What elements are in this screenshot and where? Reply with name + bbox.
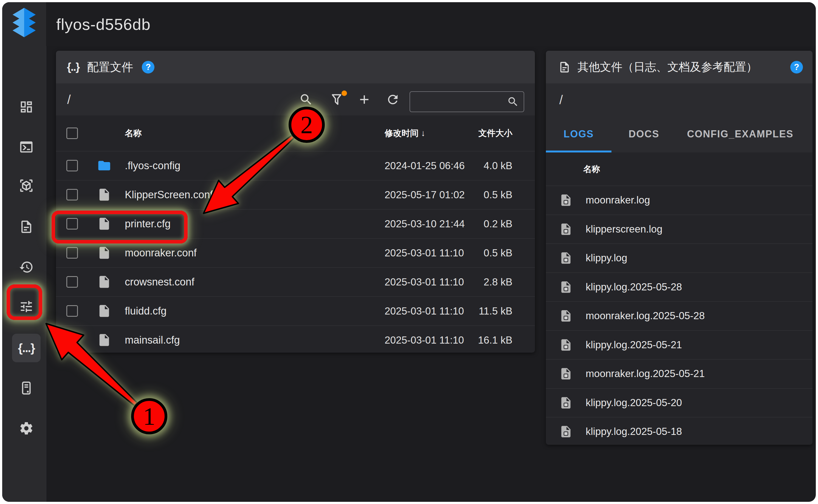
file-size: 0.5 kB [453,239,513,267]
sidebar-item-history[interactable] [19,260,34,274]
tab[interactable]: CONFIG_EXAMPLES [677,115,804,152]
column-header-size[interactable]: 文件大小 [453,115,513,151]
file-icon [97,275,111,289]
tab-label: LOGS [564,128,594,140]
breadcrumb-path[interactable]: / [559,83,563,116]
table-row[interactable]: KlipperScreen.conf 2025-05-17 01:02 0.5 … [56,180,535,209]
file-name: KlipperScreen.conf [125,180,213,209]
column-header-modified[interactable]: 修改时间 ↓ [384,115,425,151]
tab[interactable]: LOGS [546,115,612,152]
file-icon [97,188,111,202]
help-icon[interactable]: ? [790,61,803,73]
table-row[interactable]: .flyos-config 2024-01-25 06:46 4.0 kB [56,151,535,180]
file-modified: 2025-03-01 11:10 [384,297,464,325]
row-checkbox[interactable] [66,160,78,171]
sort-desc-icon: ↓ [421,128,426,138]
sidebar-item-configure[interactable]: {...} [12,334,41,362]
row-checkbox[interactable] [66,276,78,288]
file-name: klippy.log.2025-05-18 [586,417,682,445]
column-header-name[interactable]: 名称 [583,152,600,186]
file-lock-icon [559,309,573,323]
file-name: klippy.log.2025-05-28 [586,273,682,302]
search-field-icon [507,96,519,108]
fluidd-logo-icon [12,8,37,41]
other-file-list: moonraker.log klipperscreen.log klippy.l… [546,186,813,445]
file-name: klippy.log.2025-05-20 [586,389,682,417]
other-panel-title: 其他文件（日志、文档及参考配置） [578,60,757,75]
annotation-box-printer-cfg [52,211,188,243]
file-size: 11.5 kB [453,297,513,325]
list-item[interactable]: klippy.log.2025-05-21 [546,330,813,359]
breadcrumb-path[interactable]: / [67,83,71,115]
file-name: fluidd.cfg [125,297,166,325]
list-item[interactable]: moonraker.log.2025-05-21 [546,359,813,388]
file-name: crowsnest.conf [125,268,194,296]
file-name: .flyos-config [125,151,180,180]
gear-icon [19,421,34,436]
list-item[interactable]: klippy.log [546,243,813,273]
tab-label: CONFIG_EXAMPLES [687,128,793,140]
sidebar-item-jobs[interactable] [19,219,34,234]
sidebar: {...} [2,46,46,502]
history-icon [19,260,34,274]
logo-container[interactable] [2,2,46,46]
filter-icon[interactable] [329,92,344,107]
file-lock-icon [559,367,573,381]
titlebar [46,2,816,46]
column-header-name[interactable]: 名称 [125,115,142,151]
file-lock-icon [559,222,573,236]
other-files-toolbar: / LOGSDOCSCONFIG_EXAMPLES [546,83,813,152]
row-checkbox[interactable] [66,334,78,346]
file-document-icon [558,61,571,73]
list-item[interactable]: klippy.log.2025-05-28 [546,273,813,302]
dashboard-icon [19,100,34,114]
table-row[interactable]: fluidd.cfg 2025-03-01 11:10 11.5 kB [56,296,535,325]
sidebar-item-settings[interactable] [19,421,34,436]
table-row[interactable]: mainsail.cfg 2025-03-01 11:10 16.1 kB [56,325,535,353]
help-icon[interactable]: ? [142,61,154,73]
row-checkbox[interactable] [66,247,78,259]
filter-active-badge [341,90,347,96]
add-file-icon[interactable] [357,92,371,107]
refresh-icon[interactable] [386,92,400,107]
file-modified: 2025-03-01 11:10 [384,326,464,353]
select-all-checkbox[interactable] [66,128,78,139]
list-item[interactable]: moonraker.log [546,186,813,215]
config-file-list: .flyos-config 2024-01-25 06:46 4.0 kB Kl… [56,151,535,353]
row-checkbox[interactable] [66,189,78,200]
file-modified: 2025-03-01 11:10 [384,268,464,296]
annotation-step-2: 2 [288,107,325,143]
page-title: flyos-d556db [56,2,151,46]
sidebar-item-dashboard[interactable] [19,100,34,114]
server-icon [19,381,34,395]
search-icon[interactable] [299,92,313,107]
file-name: moonraker.log [586,186,650,215]
file-size: 0.5 kB [453,180,513,209]
code-braces-icon: {..} [67,61,79,73]
sidebar-item-console[interactable] [19,140,34,154]
cube-scan-icon [19,178,34,193]
column-header-modified-label: 修改时间 [384,128,419,139]
list-item[interactable]: klipperscreen.log [546,215,813,244]
sidebar-item-gcode-preview[interactable] [19,178,34,193]
list-item[interactable]: klippy.log.2025-05-18 [546,417,813,445]
list-item[interactable]: klippy.log.2025-05-20 [546,388,813,417]
tab[interactable]: DOCS [612,115,677,152]
table-row[interactable]: crowsnest.conf 2025-03-01 11:10 2.8 kB [56,267,535,296]
annotation-box-configure [7,284,42,320]
other-files-body: 名称 moonraker.log klipperscreen.log klipp… [546,152,813,445]
app-window: flyos-d556db {...} { [2,2,816,502]
console-icon [19,140,34,154]
app-canvas: flyos-d556db {...} { [2,2,816,502]
tab-label: DOCS [629,128,659,140]
file-name: klipperscreen.log [586,215,663,244]
file-size: 4.0 kB [453,151,513,180]
list-item[interactable]: moonraker.log.2025-05-28 [546,301,813,330]
file-size: 2.8 kB [453,268,513,296]
row-checkbox[interactable] [66,305,78,317]
config-panel-header: {..} 配置文件 ? [56,51,535,83]
file-size: 16.1 kB [453,326,513,353]
config-files-panel: {..} 配置文件 ? / 名称 修改时间 ↓ 文件大小 [56,51,535,353]
sidebar-item-system[interactable] [19,381,34,395]
file-lock-icon [559,338,573,352]
